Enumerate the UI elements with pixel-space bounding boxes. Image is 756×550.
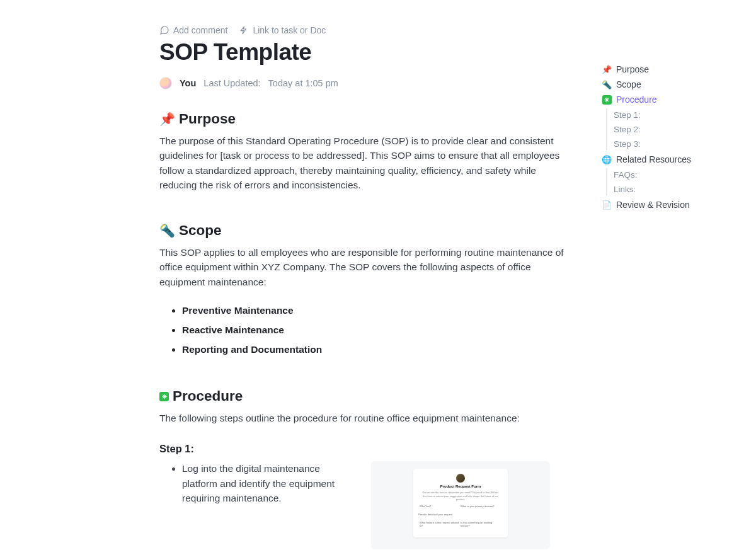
outline-item-review[interactable]: 📄 Review & Revision [602, 197, 728, 212]
outline-label: Procedure [616, 95, 657, 105]
author-name: You [180, 78, 196, 88]
outline-sub-faqs[interactable]: FAQs: [614, 168, 728, 181]
form-q4a: What feature is this request related to? [420, 521, 461, 527]
form-q1: Who You? [420, 505, 461, 508]
add-comment-button[interactable]: Add comment [159, 25, 227, 35]
form-title: Product Request Form [418, 484, 503, 488]
outline-sub-step2[interactable]: Step 2: [614, 123, 728, 136]
pushpin-icon: 📌 [602, 65, 612, 74]
form-card: Product Request Form Do not see the form… [413, 469, 508, 537]
outline-procedure-subs: Step 1: Step 2: Step 3: [606, 108, 728, 151]
outline-related-subs: FAQs: Links: [606, 168, 728, 196]
outline-label: Review & Revision [616, 200, 690, 210]
step-1-body: Log into the digital maintenance platfor… [182, 461, 348, 505]
form-q4b: Is this something an existing feature? [461, 521, 501, 527]
step-1-heading: Step 1: [159, 443, 575, 455]
scope-list: Preventive Maintenance Reactive Maintena… [159, 302, 575, 358]
list-item: Reactive Maintenance [182, 321, 575, 338]
top-actions: Add comment Link to task or Doc [159, 25, 575, 35]
form-avatar-icon [456, 474, 465, 483]
scope-body: This SOP applies to all employees who ar… [159, 245, 575, 289]
outline-label: Scope [616, 79, 641, 89]
outline-sub-step1[interactable]: Step 1: [614, 108, 728, 122]
pushpin-icon: 📌 [159, 112, 175, 127]
purpose-heading-text: Purpose [179, 111, 236, 127]
outline-label: Purpose [616, 64, 649, 74]
flashlight-icon: 🔦 [159, 223, 175, 238]
outline-item-procedure[interactable]: ✳ Procedure [602, 92, 728, 107]
globe-icon: 🌐 [602, 155, 612, 164]
procedure-heading: ✳ Procedure [159, 388, 575, 404]
form-description: Do not see the form or document you need… [418, 491, 503, 501]
flashlight-icon: 🔦 [602, 80, 612, 89]
purpose-heading: 📌 Purpose [159, 111, 575, 127]
last-updated-value: Today at 1:05 pm [268, 78, 338, 88]
step-1-text: Log into the digital maintenance platfor… [159, 461, 348, 508]
outline-item-related[interactable]: 🌐 Related Resources [602, 152, 728, 167]
step-1-row: Log into the digital maintenance platfor… [159, 461, 575, 549]
section-scope: 🔦 Scope This SOP applies to all employee… [159, 222, 575, 358]
form-q2: What is your primary division? [461, 505, 501, 508]
link-doc-button[interactable]: Link to task or Doc [239, 25, 326, 35]
add-comment-label: Add comment [173, 25, 227, 35]
outline-item-scope[interactable]: 🔦 Scope [602, 77, 728, 92]
scope-heading-text: Scope [179, 222, 222, 239]
outline-sub-links[interactable]: Links: [614, 183, 728, 196]
link-icon [239, 25, 249, 35]
procedure-intro: The following steps outline the procedur… [159, 411, 575, 425]
asterisk-badge-icon: ✳ [159, 392, 169, 401]
procedure-heading-text: Procedure [173, 388, 243, 404]
list-item: Reporting and Documentation [182, 341, 575, 358]
outline-sub-step3[interactable]: Step 3: [614, 137, 728, 151]
purpose-body: The purpose of this Standard Operating P… [159, 134, 575, 192]
form-q3: Provide details of your request [418, 513, 503, 516]
comment-icon [159, 25, 169, 35]
outline-label: Related Resources [616, 154, 691, 164]
byline: You Last Updated: Today at 1:05 pm [159, 77, 575, 89]
section-procedure: ✳ Procedure The following steps outline … [159, 388, 575, 549]
scope-heading: 🔦 Scope [159, 222, 575, 239]
asterisk-badge-icon: ✳ [602, 95, 612, 105]
link-doc-label: Link to task or Doc [253, 25, 326, 35]
page-icon: 📄 [602, 200, 612, 210]
list-item: Preventive Maintenance [182, 302, 575, 319]
outline-sidebar: 📌 Purpose 🔦 Scope ✳ Procedure Step 1: St… [602, 62, 728, 212]
avatar[interactable] [159, 77, 172, 89]
outline-item-purpose[interactable]: 📌 Purpose [602, 62, 728, 77]
page-title: SOP Template [159, 39, 575, 66]
embedded-form-preview[interactable]: Product Request Form Do not see the form… [371, 461, 550, 549]
section-purpose: 📌 Purpose The purpose of this Standard O… [159, 111, 575, 192]
last-updated-label: Last Updated: [203, 78, 260, 88]
document-main: Add comment Link to task or Doc SOP Temp… [159, 25, 575, 549]
